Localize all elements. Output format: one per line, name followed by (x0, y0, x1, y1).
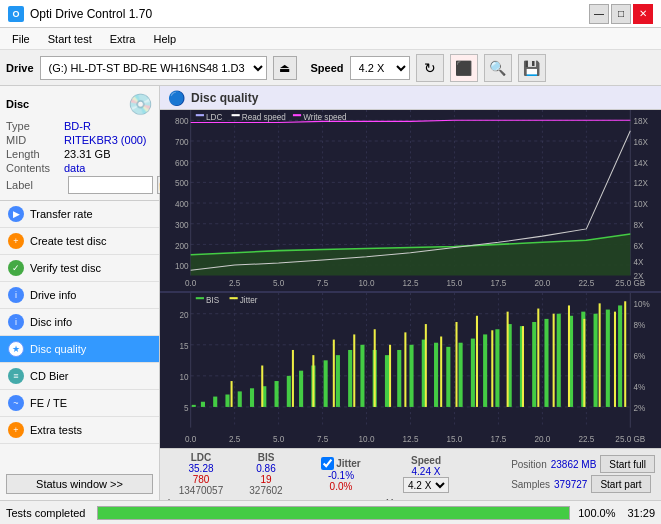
speed-stats-select[interactable]: 4.2 X (403, 477, 449, 493)
extra-tests-icon: + (8, 422, 24, 438)
sidebar-item-fe-te[interactable]: ~ FE / TE (0, 390, 159, 417)
menu-file[interactable]: File (4, 31, 38, 47)
svg-text:22.5: 22.5 (578, 279, 594, 288)
sidebar: Disc 💿 Type BD-R MID RITEKBR3 (000) Leng… (0, 86, 160, 500)
svg-rect-106 (618, 305, 622, 407)
close-button[interactable]: ✕ (633, 4, 653, 24)
sidebar-item-create-test-disc[interactable]: + Create test disc (0, 228, 159, 255)
sidebar-item-drive-info[interactable]: i Drive info (0, 282, 159, 309)
drive-select[interactable]: (G:) HL-DT-ST BD-RE WH16NS48 1.D3 (40, 56, 267, 80)
svg-text:Write speed: Write speed (303, 113, 347, 122)
jitter-checkbox[interactable] (321, 457, 334, 470)
right-stats: Position 23862 MB Start full Samples 379… (511, 455, 655, 493)
svg-text:600: 600 (175, 159, 189, 168)
speed-select[interactable]: 4.2 X 1.0 X 2.0 X 8.0 X (350, 56, 410, 80)
sidebar-item-verify-test-disc[interactable]: ✓ Verify test disc (0, 255, 159, 282)
jitter-label: Jitter (336, 458, 360, 469)
total-ldc: 13470057 (179, 485, 224, 496)
menu-start-test[interactable]: Start test (40, 31, 100, 47)
bis-header: BIS (258, 452, 275, 463)
chart-bis-svg: 20 15 10 5 10% 8% 6% 4% 2% 0.0 2.5 5.0 7… (160, 293, 661, 448)
svg-rect-75 (238, 391, 242, 407)
menu-extra[interactable]: Extra (102, 31, 144, 47)
cd-bier-label: CD Bier (30, 370, 69, 382)
svg-text:15.0: 15.0 (447, 435, 463, 444)
start-full-button[interactable]: Start full (600, 455, 655, 473)
jitter-col: Jitter -0.1% 0.0% (296, 457, 386, 492)
label-input[interactable] (68, 176, 153, 194)
maximize-button[interactable]: □ (611, 4, 631, 24)
disc-type-row: Type BD-R (6, 120, 153, 132)
svg-text:Read speed: Read speed (242, 113, 287, 122)
svg-rect-49 (196, 114, 204, 116)
svg-text:12X: 12X (633, 179, 648, 188)
ldc-header: LDC (191, 452, 212, 463)
disc-contents-row: Contents data (6, 162, 153, 174)
start-part-button[interactable]: Start part (591, 475, 650, 493)
sidebar-item-extra-tests[interactable]: + Extra tests (0, 417, 159, 444)
stop-button[interactable]: ⬛ (450, 54, 478, 82)
speed-col: Speed 4.24 X 4.2 X (386, 455, 466, 493)
svg-rect-104 (594, 314, 598, 407)
svg-text:8X: 8X (633, 221, 644, 230)
samples-label: Samples (511, 479, 550, 490)
svg-text:25.0 GB: 25.0 GB (615, 279, 646, 288)
svg-text:15: 15 (180, 342, 190, 351)
row-labels: Avg Max (166, 497, 655, 500)
svg-text:500: 500 (175, 179, 189, 188)
svg-text:5: 5 (184, 404, 189, 413)
max-jitter: 0.0% (330, 481, 353, 492)
titlebar-controls: — □ ✕ (589, 4, 653, 24)
svg-text:20.0: 20.0 (534, 435, 550, 444)
svg-text:10.0: 10.0 (359, 435, 375, 444)
samples-value: 379727 (554, 479, 587, 490)
svg-text:17.5: 17.5 (490, 435, 506, 444)
status-bar: Tests completed 100.0% 31:29 (0, 500, 661, 524)
contents-value: data (64, 162, 85, 174)
svg-text:10.0: 10.0 (359, 279, 375, 288)
cd-bier-icon: ≡ (8, 368, 24, 384)
sidebar-item-disc-info[interactable]: i Disc info (0, 309, 159, 336)
stats-bar: LDC 35.28 780 13470057 BIS 0.86 19 32760… (160, 448, 661, 500)
speed-label: Speed (311, 62, 344, 74)
sidebar-item-disc-quality[interactable]: ★ Disc quality (0, 336, 159, 363)
fe-te-label: FE / TE (30, 397, 67, 409)
eject-button[interactable]: ⏏ (273, 56, 297, 80)
svg-rect-101 (557, 314, 561, 407)
scan-button[interactable]: 🔍 (484, 54, 512, 82)
extra-tests-label: Extra tests (30, 424, 82, 436)
svg-rect-94 (471, 338, 475, 406)
sidebar-item-cd-bier[interactable]: ≡ CD Bier (0, 363, 159, 390)
disc-info-label: Disc info (30, 316, 72, 328)
sidebar-item-transfer-rate[interactable]: ▶ Transfer rate (0, 201, 159, 228)
svg-rect-51 (232, 114, 240, 116)
max-row-label: Max (386, 497, 406, 500)
minimize-button[interactable]: — (589, 4, 609, 24)
titlebar: O Opti Drive Control 1.70 — □ ✕ (0, 0, 661, 28)
svg-text:LDC: LDC (206, 113, 222, 122)
svg-text:10%: 10% (633, 300, 650, 309)
refresh-button[interactable]: ↻ (416, 54, 444, 82)
disc-panel: Disc 💿 Type BD-R MID RITEKBR3 (000) Leng… (0, 86, 159, 201)
disc-quality-header: 🔵 Disc quality (160, 86, 661, 110)
stats-row: LDC 35.28 780 13470057 BIS 0.86 19 32760… (166, 452, 655, 496)
progress-label: 100.0% (578, 507, 615, 519)
menu-help[interactable]: Help (145, 31, 184, 47)
svg-text:20.0: 20.0 (534, 279, 550, 288)
position-row: Position 23862 MB Start full (511, 455, 655, 473)
svg-text:15.0: 15.0 (447, 279, 463, 288)
save-button[interactable]: 💾 (518, 54, 546, 82)
total-bis: 327602 (249, 485, 282, 496)
svg-rect-79 (287, 376, 291, 407)
fe-te-icon: ~ (8, 395, 24, 411)
status-window-button[interactable]: Status window >> (6, 474, 153, 494)
svg-text:5.0: 5.0 (273, 279, 285, 288)
time-label: 31:29 (627, 507, 655, 519)
drive-label: Drive (6, 62, 34, 74)
jitter-check-row[interactable]: Jitter (321, 457, 360, 470)
max-bis: 19 (260, 474, 271, 485)
drive-info-icon: i (8, 287, 24, 303)
length-label: Length (6, 148, 64, 160)
svg-text:700: 700 (175, 138, 189, 147)
svg-rect-100 (544, 319, 548, 407)
